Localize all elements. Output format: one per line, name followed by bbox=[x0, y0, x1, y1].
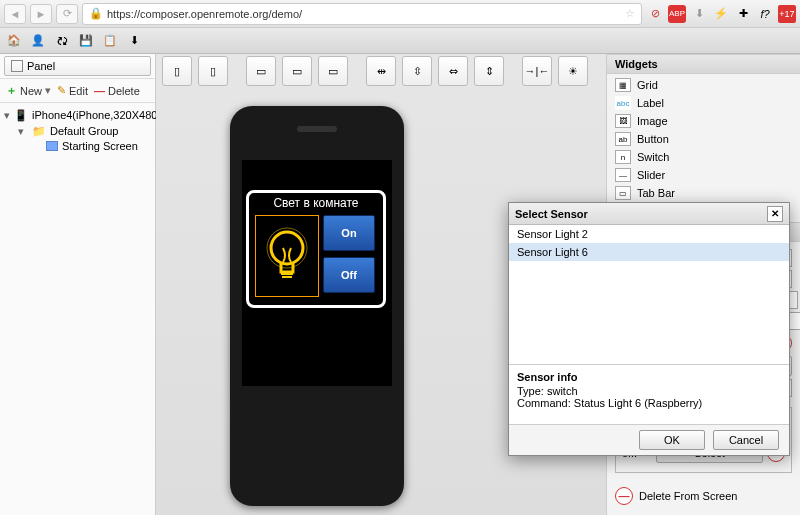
tabbar-icon: ▭ bbox=[615, 186, 631, 200]
widgets-header: Widgets bbox=[607, 54, 800, 74]
button-icon: ab bbox=[615, 132, 631, 146]
widget-switch[interactable]: nSwitch bbox=[607, 148, 800, 166]
sync-icon[interactable]: 🗘 bbox=[52, 31, 72, 51]
label-icon: abc bbox=[615, 96, 631, 110]
save-icon[interactable]: 💾 bbox=[76, 31, 96, 51]
notification-badge[interactable]: +17 bbox=[778, 5, 796, 23]
lock-icon: 🔒 bbox=[89, 7, 103, 20]
plus-icon: ＋ bbox=[6, 83, 17, 98]
ext-icon-1[interactable]: ⊘ bbox=[646, 5, 664, 23]
forward-button[interactable]: ► bbox=[30, 4, 52, 24]
ext-icon-2[interactable]: ABP bbox=[668, 5, 686, 23]
widget-grid[interactable]: ▦Grid bbox=[607, 76, 800, 94]
off-button[interactable]: Off bbox=[323, 257, 375, 293]
grid-icon: ▦ bbox=[615, 78, 631, 92]
extension-icons: ⊘ ABP ⬇ ⚡ ✚ f? +17 bbox=[646, 5, 796, 23]
align-vcenter-icon[interactable]: ▭ bbox=[282, 56, 312, 86]
dialog-header[interactable]: Select Sensor ✕ bbox=[509, 203, 789, 225]
url-text: https://composer.openremote.org/demo/ bbox=[107, 8, 621, 20]
widget-button[interactable]: abButton bbox=[607, 130, 800, 148]
url-bar[interactable]: 🔒 https://composer.openremote.org/demo/ … bbox=[82, 3, 642, 25]
list-item[interactable]: Sensor Light 6 bbox=[509, 243, 789, 261]
tree-group[interactable]: ▾📁Default Group bbox=[4, 123, 151, 139]
edit-button[interactable]: ✎Edit bbox=[57, 84, 88, 97]
ext-icon-3[interactable]: ⬇ bbox=[690, 5, 708, 23]
info-command: Command: Status Light 6 (Raspberry) bbox=[517, 397, 781, 409]
star-icon[interactable]: ☆ bbox=[625, 7, 635, 20]
phone-icon: 📱 bbox=[14, 108, 28, 122]
ext-icon-6[interactable]: f? bbox=[756, 5, 774, 23]
on-button[interactable]: On bbox=[323, 215, 375, 251]
slider-icon: — bbox=[615, 168, 631, 182]
left-panel: Panel ＋New▾ ✎Edit —Delete ▾📱iPhone4(iPho… bbox=[0, 54, 156, 515]
sensor-list: Sensor Light 2 Sensor Light 6 bbox=[509, 225, 789, 365]
widget-panel[interactable]: Свет в комнате bbox=[246, 190, 386, 308]
cancel-button[interactable]: Cancel bbox=[713, 430, 779, 450]
sensor-info: Sensor info Type: switch Command: Status… bbox=[509, 365, 789, 425]
canvas-area: ▯ ▯ ▭ ▭ ▭ ⇹ ⇳ ⇔ ⇕ →|← ☀ Свет в комнате bbox=[156, 54, 606, 515]
tree-screen[interactable]: Starting Screen bbox=[4, 139, 151, 153]
dialog-title: Select Sensor bbox=[515, 208, 588, 220]
phone-screen[interactable]: Свет в комнате bbox=[242, 160, 392, 386]
lightbulb-icon bbox=[265, 226, 309, 286]
ext-icon-4[interactable]: ⚡ bbox=[712, 5, 730, 23]
collapse-v-icon[interactable]: ☀ bbox=[558, 56, 588, 86]
image-icon: 🖼 bbox=[615, 114, 631, 128]
svg-point-0 bbox=[271, 232, 303, 264]
align-top-icon[interactable]: ▭ bbox=[246, 56, 276, 86]
align-toolbar: ▯ ▯ ▭ ▭ ▭ ⇹ ⇳ ⇔ ⇕ →|← ☀ bbox=[162, 56, 588, 86]
minus-icon: — bbox=[94, 85, 105, 97]
switch-icon: n bbox=[615, 150, 631, 164]
info-type: Type: switch bbox=[517, 385, 781, 397]
delete-button[interactable]: —Delete bbox=[94, 85, 140, 97]
app-toolbar: 🏠 👤 🗘 💾 📋 ⬇ bbox=[0, 28, 800, 54]
panel-selector[interactable]: Panel bbox=[4, 56, 151, 76]
select-sensor-dialog: Select Sensor ✕ Sensor Light 2 Sensor Li… bbox=[508, 202, 790, 456]
align-right-icon[interactable]: ▯ bbox=[198, 56, 228, 86]
screen-icon bbox=[46, 141, 58, 151]
reload-button[interactable]: ⟳ bbox=[56, 4, 78, 24]
ext-icon-5[interactable]: ✚ bbox=[734, 5, 752, 23]
widget-title: Свет в комнате bbox=[249, 193, 383, 213]
collapse-h-icon[interactable]: →|← bbox=[522, 56, 552, 86]
panel-tree: ▾📱iPhone4(iPhone,320X480) ▾📁Default Grou… bbox=[0, 103, 155, 157]
widget-palette: ▦Grid abcLabel 🖼Image abButton nSwitch —… bbox=[607, 74, 800, 222]
spread-v-icon[interactable]: ⇕ bbox=[474, 56, 504, 86]
browser-bar: ◄ ► ⟳ 🔒 https://composer.openremote.org/… bbox=[0, 0, 800, 28]
user-icon[interactable]: 👤 bbox=[28, 31, 48, 51]
export-icon[interactable]: 📋 bbox=[100, 31, 120, 51]
close-icon[interactable]: ✕ bbox=[767, 206, 783, 222]
svg-point-1 bbox=[267, 228, 307, 268]
dist-h-icon[interactable]: ⇹ bbox=[366, 56, 396, 86]
align-bottom-icon[interactable]: ▭ bbox=[318, 56, 348, 86]
phone-speaker bbox=[297, 126, 337, 132]
widget-slider[interactable]: —Slider bbox=[607, 166, 800, 184]
ok-button[interactable]: OK bbox=[639, 430, 705, 450]
align-left-icon[interactable]: ▯ bbox=[162, 56, 192, 86]
download-icon[interactable]: ⬇ bbox=[124, 31, 144, 51]
delete-from-screen-button[interactable]: Delete From Screen bbox=[639, 490, 737, 502]
home-icon[interactable]: 🏠 bbox=[4, 31, 24, 51]
phone-frame: Свет в комнате bbox=[230, 106, 404, 506]
panel-icon bbox=[11, 60, 23, 72]
bulb-image[interactable] bbox=[255, 215, 319, 297]
info-title: Sensor info bbox=[517, 371, 781, 383]
pencil-icon: ✎ bbox=[57, 84, 66, 97]
dist-v-icon[interactable]: ⇳ bbox=[402, 56, 432, 86]
back-button[interactable]: ◄ bbox=[4, 4, 26, 24]
widget-label[interactable]: abcLabel bbox=[607, 94, 800, 112]
widget-image[interactable]: 🖼Image bbox=[607, 112, 800, 130]
delete-from-screen-icon[interactable]: — bbox=[615, 487, 633, 505]
spread-h-icon[interactable]: ⇔ bbox=[438, 56, 468, 86]
list-item[interactable]: Sensor Light 2 bbox=[509, 225, 789, 243]
widget-tabbar[interactable]: ▭Tab Bar bbox=[607, 184, 800, 202]
tree-device[interactable]: ▾📱iPhone4(iPhone,320X480) bbox=[4, 107, 151, 123]
panel-label: Panel bbox=[27, 60, 55, 72]
new-button[interactable]: ＋New▾ bbox=[6, 83, 51, 98]
folder-icon: 📁 bbox=[32, 124, 46, 138]
